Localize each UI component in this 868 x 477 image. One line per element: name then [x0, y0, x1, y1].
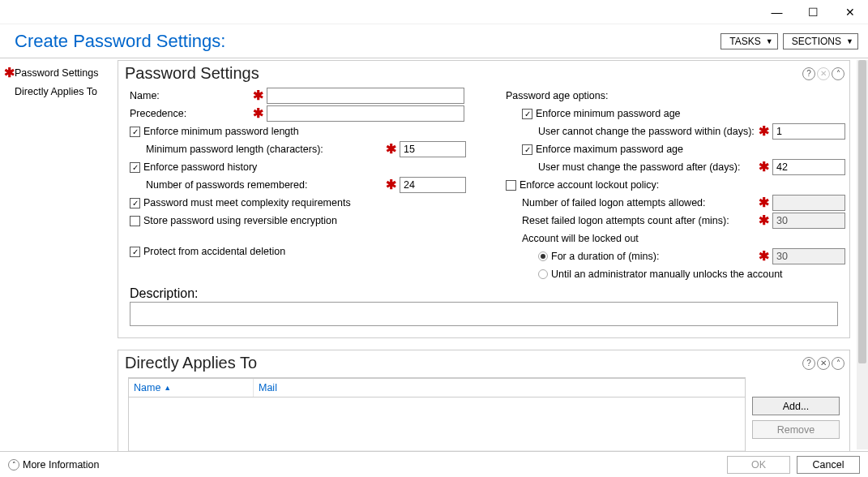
cancel-button[interactable]: Cancel: [797, 456, 860, 474]
history-input[interactable]: [400, 177, 466, 193]
lockout-duration-input[interactable]: [772, 248, 845, 264]
max-age-input[interactable]: [772, 159, 845, 175]
name-label: Name:: [130, 90, 250, 101]
lockout-duration-radio[interactable]: [538, 251, 548, 261]
required-icon: ✱: [253, 107, 263, 120]
lockout-admin-radio[interactable]: [538, 269, 548, 279]
complexity-checkbox[interactable]: [130, 198, 140, 208]
required-icon: ✱: [759, 161, 769, 174]
vertical-scrollbar[interactable]: [857, 60, 868, 449]
required-icon: ✱: [386, 143, 396, 156]
description-label: Description:: [130, 286, 198, 301]
protect-checkbox[interactable]: [130, 247, 140, 257]
min-age-sub-label: User cannot change the password within (…: [538, 126, 755, 137]
more-information-link[interactable]: More Information: [23, 459, 99, 471]
applies-to-table: Name ▲ Mail: [128, 377, 746, 451]
lockout-heading: Account will be locked out: [522, 233, 639, 244]
enforce-history-checkbox[interactable]: [130, 162, 140, 173]
min-age-label: Enforce minimum password age: [536, 108, 681, 119]
clear-icon[interactable]: ✕: [817, 357, 830, 370]
min-age-input[interactable]: [772, 123, 845, 140]
sort-asc-icon: ▲: [164, 384, 171, 392]
reversible-label: Store password using reversible encrypti…: [143, 215, 337, 226]
section-title: Password Settings: [125, 64, 259, 83]
min-length-sub-label: Minimum password length (characters):: [146, 144, 383, 155]
close-button[interactable]: ✕: [832, 0, 868, 24]
sidebar-item-label: Password Settings: [15, 67, 99, 79]
lockout-duration-label: For a duration of (mins):: [551, 251, 755, 262]
lockout-attempts-input[interactable]: [772, 195, 845, 211]
tasks-dropdown[interactable]: TASKS: [720, 33, 777, 49]
minimize-button[interactable]: —: [759, 0, 795, 24]
collapse-icon[interactable]: ˄: [832, 67, 844, 80]
name-input[interactable]: [267, 88, 464, 104]
main-content: Password Settings ? ✕ ˄ Name: ✱: [116, 58, 868, 451]
scrollbar-thumb[interactable]: [858, 60, 866, 363]
complexity-label: Password must meet complexity requiremen…: [143, 197, 351, 208]
lockout-reset-label: Reset failed logon attempts count after …: [522, 215, 755, 226]
precedence-input[interactable]: [267, 105, 464, 122]
add-button[interactable]: Add...: [752, 397, 840, 415]
enforce-history-label: Enforce password history: [143, 161, 257, 173]
help-icon[interactable]: ?: [802, 357, 815, 370]
sidebar-item-label: Directly Applies To: [15, 86, 97, 97]
sidebar-item-directly-applies-to[interactable]: ✱ Directly Applies To: [0, 82, 116, 101]
max-age-sub-label: User must change the password after (day…: [538, 161, 755, 173]
min-age-checkbox[interactable]: [522, 109, 532, 119]
required-icon: ✱: [386, 178, 396, 191]
age-heading: Password age options:: [506, 90, 608, 101]
lockout-attempts-label: Number of failed logon attempts allowed:: [522, 197, 755, 208]
lockout-reset-input[interactable]: [772, 213, 845, 229]
enforce-min-length-label: Enforce minimum password length: [143, 126, 299, 137]
sections-dropdown[interactable]: SECTIONS: [783, 33, 858, 49]
section-title: Directly Applies To: [125, 354, 257, 372]
required-icon: ✱: [3, 65, 15, 80]
history-sub-label: Number of passwords remembered:: [146, 179, 383, 191]
section-password-settings: Password Settings ? ✕ ˄ Name: ✱: [118, 60, 850, 338]
table-body: [129, 398, 745, 451]
lockout-admin-label: Until an administrator manually unlocks …: [551, 269, 783, 280]
required-icon: ✱: [759, 250, 769, 263]
section-directly-applies-to: Directly Applies To ? ✕ ˄ Name ▲: [118, 350, 850, 451]
sidebar: ✱ Password Settings ✱ Directly Applies T…: [0, 58, 116, 451]
clear-icon: ✕: [817, 67, 830, 80]
column-header-mail[interactable]: Mail: [254, 379, 745, 397]
description-input[interactable]: [130, 302, 838, 326]
remove-button: Remove: [752, 420, 840, 439]
page-header: Create Password Settings: TASKS SECTIONS: [0, 24, 868, 58]
required-icon: ✱: [253, 89, 263, 102]
ok-button: OK: [727, 456, 790, 474]
enforce-min-length-checkbox[interactable]: [130, 127, 140, 137]
maximize-button[interactable]: ☐: [795, 0, 832, 24]
lockout-checkbox[interactable]: [506, 180, 516, 191]
protect-label: Protect from accidental deletion: [143, 246, 285, 257]
page-title: Create Password Settings:: [15, 31, 225, 52]
required-icon: ✱: [759, 196, 769, 209]
help-icon[interactable]: ?: [802, 67, 815, 80]
column-header-name[interactable]: Name ▲: [129, 379, 254, 397]
max-age-checkbox[interactable]: [522, 144, 532, 155]
max-age-label: Enforce maximum password age: [536, 144, 683, 155]
required-icon: ✱: [759, 125, 769, 138]
min-length-input[interactable]: [400, 141, 466, 157]
required-icon: ✱: [759, 214, 769, 227]
lockout-label: Enforce account lockout policy:: [520, 179, 659, 191]
reversible-checkbox[interactable]: [130, 216, 140, 226]
column-label: Name: [134, 382, 160, 393]
collapse-icon[interactable]: ˄: [832, 357, 844, 370]
expand-up-icon[interactable]: ˄: [8, 459, 19, 471]
precedence-label: Precedence:: [130, 108, 250, 119]
window-titlebar: — ☐ ✕: [0, 0, 868, 24]
sidebar-item-password-settings[interactable]: ✱ Password Settings: [0, 63, 116, 82]
footer: ˄ More Information OK Cancel: [0, 451, 868, 477]
